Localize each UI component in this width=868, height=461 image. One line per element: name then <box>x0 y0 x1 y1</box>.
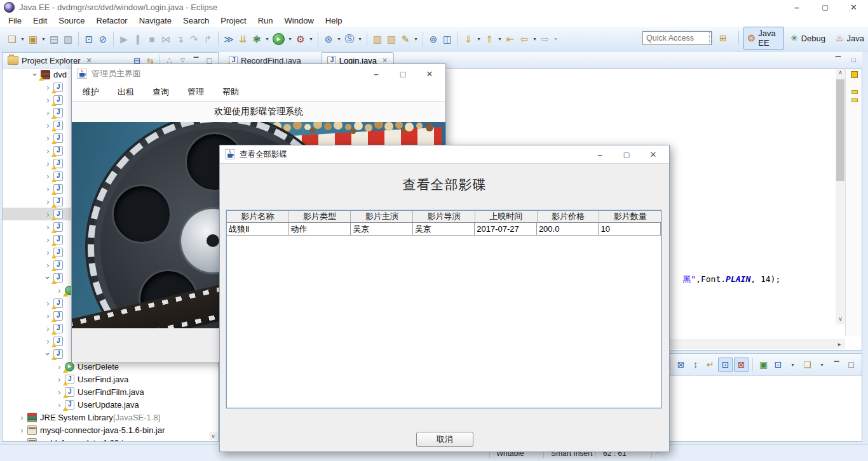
disconnect-button[interactable]: ⋈ <box>159 32 173 47</box>
app-close-button[interactable] <box>416 65 443 83</box>
back-button[interactable]: ⇦ <box>517 32 531 47</box>
perspective-debug[interactable]: ✳ Debug <box>787 32 829 44</box>
step-into-button[interactable]: ↴ <box>173 32 187 47</box>
dropdown-caret[interactable]: ▾ <box>356 32 363 47</box>
table-cell[interactable]: 战狼Ⅱ <box>227 223 289 236</box>
export-button[interactable]: ▧ <box>384 32 398 47</box>
clear-console-button[interactable]: ⊠ <box>674 358 688 371</box>
table-cell[interactable]: 2017-07-27 <box>475 223 537 236</box>
display-console-button[interactable]: ⊡ <box>771 358 785 371</box>
dropdown-caret[interactable]: ▾ <box>40 32 47 47</box>
menu-item[interactable]: Run <box>252 16 279 25</box>
perspective-java[interactable]: ♨ Java <box>832 32 868 44</box>
open-console-button[interactable]: ⊡ <box>82 32 96 47</box>
table-header-cell[interactable]: 上映时间 <box>475 211 538 222</box>
tree-item-jre[interactable]: › JRE System Library [JavaSE-1.8] <box>3 411 218 424</box>
open-perspective-button[interactable]: ⊞ <box>715 32 734 44</box>
dialog-minimize-button[interactable] <box>587 145 613 163</box>
run-config-button[interactable]: ⇊ <box>236 32 250 47</box>
table-cell[interactable]: 动作 <box>289 223 351 236</box>
app-maximize-button[interactable] <box>390 65 416 83</box>
scrollbar-thumb[interactable] <box>836 79 844 181</box>
table-cell[interactable]: 吴京 <box>413 223 475 236</box>
run-on-server-button[interactable]: ◫ <box>440 32 454 47</box>
commit-button[interactable]: ⇑ <box>482 32 496 47</box>
menu-item[interactable]: Help <box>320 16 348 25</box>
dropdown-caret[interactable]: ▾ <box>531 32 538 47</box>
scroll-down-arrow-icon[interactable]: ∨ <box>836 316 845 324</box>
dropdown-caret[interactable]: ▾ <box>308 32 315 47</box>
tree-item-userfind[interactable]: › UserFind.java <box>3 373 218 385</box>
menu-item[interactable]: Edit <box>27 16 53 25</box>
word-wrap-button[interactable]: ↵ <box>703 358 717 371</box>
expand-arrow-icon[interactable]: › <box>18 438 26 442</box>
expand-arrow-icon[interactable]: › <box>18 425 26 435</box>
dropdown-caret[interactable]: ▾ <box>815 358 829 371</box>
dropdown-caret[interactable]: ▾ <box>496 32 503 47</box>
quick-access-input[interactable] <box>642 31 712 45</box>
scroll-right-arrow-icon[interactable]: ▸ <box>835 340 844 349</box>
dropdown-caret[interactable]: ▾ <box>552 32 559 47</box>
table-header-cell[interactable]: 影片价格 <box>538 211 600 222</box>
warning-marker[interactable] <box>851 90 858 94</box>
new-wizard-button[interactable]: ❏ <box>5 32 19 47</box>
web-browser-button[interactable]: ⊚ <box>426 32 440 47</box>
menu-item[interactable]: File <box>3 16 27 25</box>
table-header-cell[interactable]: 影片主演 <box>351 211 413 222</box>
dropdown-caret[interactable]: ▾ <box>264 32 271 47</box>
run-button[interactable]: ▶ <box>273 33 285 45</box>
dialog-maximize-button[interactable] <box>613 145 640 163</box>
table-header-cell[interactable]: 影片类型 <box>289 211 351 222</box>
new-javaee-project-button[interactable]: ▣ <box>26 32 40 47</box>
scroll-up-arrow-icon[interactable]: ∧ <box>836 69 845 78</box>
minimize-console-button[interactable]: ▔ <box>830 358 843 371</box>
last-edit-location-button[interactable]: ⇤ <box>503 32 517 47</box>
new-server-button[interactable]: Ⓢ <box>342 32 356 47</box>
external-tools-button[interactable]: ⚙ <box>294 32 308 47</box>
table-row[interactable]: 战狼Ⅱ动作吴京吴京2017-07-27200.010 <box>227 223 661 236</box>
maximize-console-button[interactable]: □ <box>844 358 858 371</box>
maximize-window-button[interactable] <box>811 0 839 14</box>
menu-item[interactable]: Project <box>215 16 252 25</box>
menu-item[interactable]: Search <box>177 16 215 25</box>
pause-button[interactable]: ∥ <box>131 32 145 47</box>
step-over-button[interactable]: ↷ <box>187 32 201 47</box>
app-window-titlebar[interactable]: 管理员主界面 <box>72 64 445 83</box>
run-history-button[interactable]: ≫ <box>222 32 236 47</box>
table-header-cell[interactable]: 影片导演 <box>413 211 475 222</box>
minimize-window-button[interactable] <box>782 0 811 14</box>
resume-button[interactable]: ▶ <box>117 32 131 47</box>
scroll-down-arrow-icon[interactable]: ∨ <box>209 432 217 440</box>
dialog-titlebar[interactable]: 查看全部影碟 <box>220 145 669 164</box>
close-window-button[interactable] <box>839 0 868 14</box>
editor-vertical-scrollbar[interactable]: ∧ ∨ <box>836 69 845 324</box>
forward-button[interactable]: ⇨ <box>538 32 552 47</box>
menu-item[interactable]: Window <box>279 16 320 25</box>
tree-item-weblaf-jar[interactable]: › weblaf-complete-1.29.jar <box>3 436 218 441</box>
dropdown-caret[interactable]: ▾ <box>475 32 482 47</box>
app-minimize-button[interactable] <box>363 65 390 83</box>
stop-button[interactable]: ■ <box>145 32 159 47</box>
dialog-close-button[interactable] <box>640 145 667 163</box>
dropdown-caret[interactable]: ▾ <box>412 32 419 47</box>
dropdown-caret[interactable]: ▾ <box>287 32 294 47</box>
tree-item-mysql-jar[interactable]: › mysql-connector-java-5.1.6-bin.jar <box>3 424 218 436</box>
tree-item-userdelete[interactable]: › UserDelete <box>3 360 218 373</box>
minimize-editor-button[interactable] <box>833 55 843 65</box>
import-button[interactable]: ▨ <box>370 32 384 47</box>
tree-item-userupdate[interactable]: › UserUpdate.java <box>3 398 218 411</box>
save-all-button[interactable]: ▥ <box>61 32 75 47</box>
menu-item[interactable]: Refactor <box>91 16 133 25</box>
app-menu-item[interactable]: 管理 <box>183 86 208 98</box>
show-stderr-button[interactable]: ⊠ <box>734 357 749 372</box>
annotate-button[interactable]: ✎ <box>398 32 412 47</box>
tree-item-userfindfilm[interactable]: › UserFindFilm.java <box>3 385 218 398</box>
scroll-lock-button[interactable]: ↨ <box>689 358 702 371</box>
cancel-button[interactable]: 取消 <box>416 432 473 447</box>
pin-console-button[interactable]: ▣ <box>757 358 770 371</box>
table-cell[interactable]: 吴京 <box>351 223 413 236</box>
dropdown-caret[interactable]: ▾ <box>19 32 26 47</box>
dropdown-caret[interactable]: ▾ <box>786 358 799 371</box>
expand-arrow-icon[interactable]: › <box>18 413 26 422</box>
perspective-javaee[interactable]: ❂ Java EE <box>743 27 784 50</box>
